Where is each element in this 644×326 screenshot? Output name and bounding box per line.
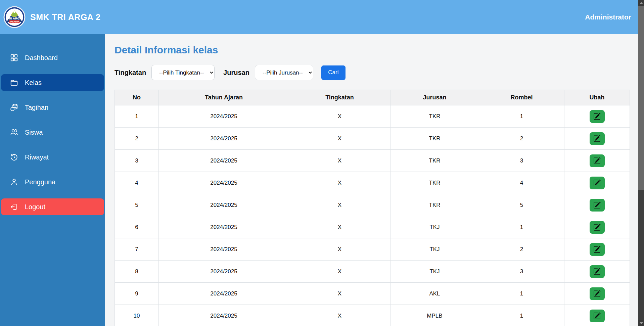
table-cell-action xyxy=(564,150,630,172)
user-icon xyxy=(10,178,18,186)
sidebar-item-riwayat[interactable]: Riwayat xyxy=(1,149,104,166)
table-cell: 1 xyxy=(115,105,159,128)
table-cell: X xyxy=(289,238,390,261)
sidebar-item-pengguna[interactable]: Pengguna xyxy=(1,174,104,190)
sidebar-item-label: Siswa xyxy=(25,129,43,136)
edit-row-button[interactable] xyxy=(590,132,605,145)
edit-row-button[interactable] xyxy=(590,287,605,300)
table-cell: 2024/2025 xyxy=(159,238,289,261)
edit-row-button[interactable] xyxy=(590,199,605,212)
table-cell-action xyxy=(564,238,630,261)
table-cell-action xyxy=(564,261,630,283)
table-cell: 2 xyxy=(479,238,564,261)
edit-row-button[interactable] xyxy=(590,154,605,167)
edit-pencil-icon xyxy=(593,290,601,297)
edit-pencil-icon xyxy=(593,135,601,142)
scroll-down-button[interactable] xyxy=(638,320,644,326)
sidebar-nav: Dashboard Kelas Tagihan xyxy=(0,34,105,326)
table-cell: 5 xyxy=(115,194,159,216)
table-cell: TKR xyxy=(390,194,479,216)
table-cell: 10 xyxy=(115,305,159,326)
edit-pencil-icon xyxy=(593,179,601,187)
logged-in-user[interactable]: Administrator xyxy=(585,13,631,21)
table-cell-action xyxy=(564,105,630,128)
app-root: TRI ARGA JAKARTA SMK TRI ARGA 2 Administ… xyxy=(0,0,644,326)
table-cell: 2024/2025 xyxy=(159,305,289,326)
table-cell: 2024/2025 xyxy=(159,216,289,238)
table-row: 42024/2025XTKR4 xyxy=(115,172,630,194)
sidebar-item-label: Kelas xyxy=(25,79,42,87)
edit-row-button[interactable] xyxy=(590,243,605,256)
table-cell: 3 xyxy=(479,261,564,283)
arrow-up-icon xyxy=(640,2,643,4)
table-cell: 9 xyxy=(115,283,159,305)
table-cell: TKR xyxy=(390,128,479,150)
jurusan-select[interactable]: --Pilih Jurusan-- xyxy=(255,65,313,80)
table-cell: X xyxy=(289,172,390,194)
table-cell: 4 xyxy=(115,172,159,194)
table-cell: 2024/2025 xyxy=(159,105,289,128)
table-cell: X xyxy=(289,305,390,326)
edit-row-button[interactable] xyxy=(590,265,605,278)
table-cell: TKJ xyxy=(390,216,479,238)
table-cell: 2024/2025 xyxy=(159,172,289,194)
sidebar-item-siswa[interactable]: Siswa xyxy=(1,124,104,141)
sidebar-item-label: Riwayat xyxy=(25,153,49,161)
table-cell: 5 xyxy=(479,194,564,216)
col-header-ubah: Ubah xyxy=(564,90,630,105)
table-row: 72024/2025XTKJ2 xyxy=(115,238,630,261)
sidebar-item-label: Logout xyxy=(25,203,45,211)
scroll-up-button[interactable] xyxy=(638,0,644,6)
table-row: 22024/2025XTKR2 xyxy=(115,128,630,150)
edit-row-button[interactable] xyxy=(590,221,605,234)
tingkatan-label: Tingkatan xyxy=(114,69,146,77)
table-cell: 1 xyxy=(479,216,564,238)
col-header-rombel: Rombel xyxy=(479,90,564,105)
edit-pencil-icon xyxy=(593,312,601,320)
sidebar-item-tagihan[interactable]: Tagihan xyxy=(1,99,104,116)
edit-pencil-icon xyxy=(593,268,601,275)
edit-pencil-icon xyxy=(593,113,601,120)
table-cell-action xyxy=(564,305,630,326)
filter-bar: Tingkatan --Pilih Tingkatan-- Jurusan --… xyxy=(114,65,629,80)
table-cell: 6 xyxy=(115,216,159,238)
table-cell: 2 xyxy=(115,128,159,150)
table-cell: 2 xyxy=(479,128,564,150)
table-cell: 4 xyxy=(479,172,564,194)
search-button[interactable]: Cari xyxy=(321,65,346,80)
sidebar-item-kelas[interactable]: Kelas xyxy=(1,74,104,91)
table-header-row: No Tahun Ajaran Tingkatan Jurusan Rombel… xyxy=(115,90,630,105)
history-icon xyxy=(10,153,18,161)
scrollbar-thumb[interactable] xyxy=(638,6,644,190)
table-cell: 2024/2025 xyxy=(159,261,289,283)
sidebar-item-label: Dashboard xyxy=(25,54,58,62)
table-row: 82024/2025XTKJ3 xyxy=(115,261,630,283)
col-header-tahun-ajaran: Tahun Ajaran xyxy=(159,90,289,105)
table-row: 12024/2025XTKR1 xyxy=(115,105,630,128)
edit-pencil-icon xyxy=(593,201,601,209)
tingkatan-select[interactable]: --Pilih Tingkatan-- xyxy=(151,65,215,80)
table-cell: TKJ xyxy=(390,238,479,261)
table-cell: X xyxy=(289,150,390,172)
vertical-scrollbar[interactable] xyxy=(638,0,644,326)
table-row: 32024/2025XTKR3 xyxy=(115,150,630,172)
edit-row-button[interactable] xyxy=(590,177,605,189)
sidebar-item-logout[interactable]: Logout xyxy=(1,198,104,215)
page-title: Detail Informasi kelas xyxy=(114,44,629,56)
app-title: SMK TRI ARGA 2 xyxy=(30,12,100,22)
main-content: Detail Informasi kelas Tingkatan --Pilih… xyxy=(105,34,638,326)
table-cell: 1 xyxy=(479,305,564,326)
table-cell: AKL xyxy=(390,283,479,305)
edit-row-button[interactable] xyxy=(590,110,605,123)
grid-icon xyxy=(10,53,18,62)
top-navbar: TRI ARGA JAKARTA SMK TRI ARGA 2 Administ… xyxy=(0,0,638,34)
table-cell: X xyxy=(289,216,390,238)
sidebar-item-dashboard[interactable]: Dashboard xyxy=(1,49,104,66)
arrow-down-icon xyxy=(640,322,643,324)
table-cell: X xyxy=(289,128,390,150)
table-cell: X xyxy=(289,261,390,283)
edit-row-button[interactable] xyxy=(590,310,605,322)
table-cell-action xyxy=(564,194,630,216)
users-icon xyxy=(10,128,18,137)
table-cell: X xyxy=(289,194,390,216)
